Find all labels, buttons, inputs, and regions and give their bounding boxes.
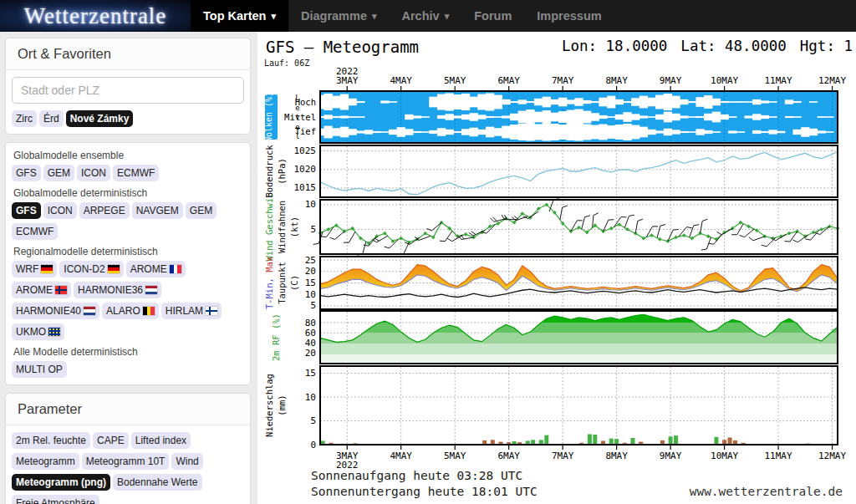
svg-text:4MAY: 4MAY: [390, 75, 412, 86]
model-multi-op[interactable]: MULTI OP: [12, 361, 67, 378]
model-icon-ens[interactable]: ICON: [77, 165, 110, 181]
param-meteogramm[interactable]: Meteogramm: [12, 453, 79, 470]
parameter-card: Parameter 2m Rel. feuchte CAPE Lifted in…: [5, 393, 251, 504]
model-hirlam[interactable]: HIRLAM: [161, 303, 222, 319]
svg-text:5: 5: [310, 224, 316, 235]
svg-text:Wolken (%): Wolken (%): [264, 92, 273, 142]
svg-text:l: l: [295, 132, 299, 140]
svg-text:Wind Geschwi.: Wind Geschwi.: [264, 192, 274, 261]
flag-germany-icon: [108, 265, 120, 273]
model-ecmwf[interactable]: ECMWF: [12, 223, 58, 240]
parameter-card-title: Parameter: [6, 394, 250, 425]
model-navgem[interactable]: NAVGEM: [132, 202, 183, 219]
svg-text:5MAY: 5MAY: [444, 451, 466, 461]
svg-text:20: 20: [305, 348, 316, 359]
svg-text:8MAY: 8MAY: [605, 75, 628, 86]
flag-germany-icon: [41, 265, 53, 273]
nav-item-forum[interactable]: Forum: [461, 0, 524, 32]
svg-text:Taupunkt: Taupunkt: [277, 262, 287, 304]
model-icon-d2[interactable]: ICON-D2: [59, 261, 123, 277]
svg-text:v: v: [295, 113, 299, 121]
group-label-global-ensemble: Globalmodelle ensemble: [13, 150, 242, 161]
meteogram-chart: 3MAY3MAY202220224MAY4MAY5MAY5MAY6MAY6MAY…: [259, 67, 853, 471]
watermark-text: www.wetterzentrale.de: [690, 485, 843, 498]
favorite-nove-zamky[interactable]: Nové Zámky: [66, 110, 134, 127]
svg-text:e: e: [295, 123, 299, 131]
nav-item-archiv[interactable]: Archiv: [390, 0, 462, 32]
model-gfs-ens[interactable]: GFS: [12, 165, 41, 181]
param-bodennahe-werte[interactable]: Bodennahe Werte: [113, 474, 202, 491]
svg-text:11MAY: 11MAY: [765, 451, 792, 461]
model-icon[interactable]: ICON: [43, 202, 77, 219]
nav-item-impressum[interactable]: Impressum: [524, 0, 614, 32]
group-label-all-det: Alle Modelle deterministisch: [13, 346, 242, 358]
param-meteogramm-png[interactable]: Meteogramm (png): [12, 474, 110, 491]
chart-hgt: Hgt: 1: [800, 38, 853, 56]
svg-text:80: 80: [305, 318, 316, 328]
param-lifted-index[interactable]: Lifted index: [131, 432, 191, 449]
favorite-erd[interactable]: Érd: [39, 110, 64, 127]
svg-text:25: 25: [305, 255, 316, 266]
svg-text:10: 10: [305, 392, 316, 403]
svg-text:15: 15: [305, 368, 316, 379]
svg-text:7MAY: 7MAY: [552, 451, 574, 461]
meteogram-panel: GFS – Meteogramm Lon: 18.0000 Lat: 48.00…: [257, 32, 856, 504]
svg-text:11MAY: 11MAY: [765, 75, 792, 86]
model-arpege[interactable]: ARPEGE: [79, 202, 130, 219]
model-ecmwf-ens[interactable]: ECMWF: [113, 165, 159, 181]
chart-lon: Lon: 18.0000: [562, 38, 667, 56]
svg-text:5: 5: [310, 415, 316, 426]
svg-text:1015: 1015: [294, 182, 317, 193]
svg-text:Niederschlag: Niederschlag: [264, 374, 274, 437]
sunset-text: Sonnenuntergang heute 18:01 UTC: [311, 484, 538, 500]
svg-text:9MAY: 9MAY: [660, 75, 682, 86]
model-arome-no[interactable]: AROME: [12, 282, 71, 298]
svg-text:20: 20: [305, 266, 316, 277]
model-wrf[interactable]: WRF: [12, 261, 57, 277]
sunrise-text: Sonnenaufgang heute 03:28 UTC: [311, 468, 538, 484]
model-harmonie40[interactable]: HARMONIE40: [12, 303, 99, 319]
chart-lat: Lat: 48.0000: [680, 38, 786, 56]
svg-text:7MAY: 7MAY: [552, 75, 574, 86]
svg-text:2022: 2022: [336, 67, 359, 77]
group-label-regional-det: Regionalmodelle deterministisch: [13, 246, 242, 257]
svg-text:10: 10: [305, 289, 316, 300]
svg-text:1020: 1020: [294, 164, 317, 175]
param-freie-atmosphaere[interactable]: Freie Atmosphäre: [12, 495, 99, 504]
svg-text:12MAY: 12MAY: [818, 75, 846, 86]
param-2m-rel-feuchte[interactable]: 2m Rel. feuchte: [12, 432, 90, 449]
svg-text:6MAY: 6MAY: [497, 75, 520, 86]
model-gem[interactable]: GEM: [186, 202, 217, 219]
model-arome-fr[interactable]: AROME: [126, 261, 186, 277]
svg-text:1025: 1025: [294, 145, 317, 156]
sun-times: Sonnenaufgang heute 03:28 UTC Sonnenunte…: [311, 468, 538, 500]
model-harmonie36[interactable]: HARMONIE36: [74, 282, 161, 298]
svg-text:60: 60: [305, 328, 316, 339]
city-search-input[interactable]: [12, 77, 244, 104]
chart-title: GFS – Meteogramm: [266, 38, 419, 56]
svg-text:9MAY: 9MAY: [660, 451, 682, 461]
chart-coordinates: Lon: 18.0000 Lat: 48.0000 Hgt: 1: [562, 38, 853, 56]
param-wind[interactable]: Wind: [171, 453, 202, 470]
model-gem-ens[interactable]: GEM: [43, 165, 74, 181]
svg-text:15: 15: [305, 277, 316, 288]
nav-item-top-karten[interactable]: Top Karten: [191, 0, 288, 32]
svg-text:10: 10: [305, 199, 316, 210]
site-logo[interactable]: Wetterzentrale: [0, 0, 191, 32]
svg-text:6MAY: 6MAY: [497, 451, 520, 461]
main-menu: Top Karten Diagramme Archiv Forum Impres…: [191, 0, 614, 32]
svg-text:4MAY: 4MAY: [390, 451, 412, 461]
model-ukmo[interactable]: UKMO: [12, 323, 64, 340]
top-navbar: Wetterzentrale Top Karten Diagramme Arch…: [0, 0, 856, 32]
svg-text:T-Min, Max: T-Min, Max: [264, 257, 274, 309]
svg-text:(kt): (kt): [289, 216, 299, 237]
model-gfs[interactable]: GFS: [12, 202, 41, 219]
favorite-zirc[interactable]: Zirc: [12, 110, 37, 127]
svg-text:8MAY: 8MAY: [605, 451, 628, 461]
param-cape[interactable]: CAPE: [93, 432, 129, 449]
flag-france-icon: [170, 265, 181, 273]
nav-item-diagramme[interactable]: Diagramme: [288, 0, 390, 32]
model-alaro[interactable]: ALARO: [102, 303, 159, 319]
param-meteogramm-10t[interactable]: Meteogramm 10T: [82, 453, 170, 470]
svg-text:Mittel: Mittel: [284, 112, 316, 122]
